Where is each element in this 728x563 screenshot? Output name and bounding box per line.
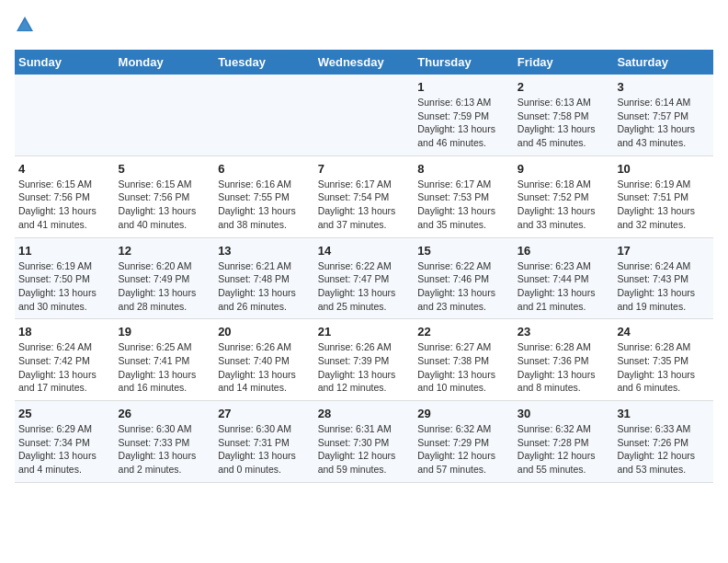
calendar-cell: 27Sunrise: 6:30 AM Sunset: 7:31 PM Dayli… bbox=[214, 401, 314, 483]
day-info: Sunrise: 6:24 AM Sunset: 7:42 PM Dayligh… bbox=[18, 340, 111, 395]
day-info: Sunrise: 6:25 AM Sunset: 7:41 PM Dayligh… bbox=[119, 340, 211, 395]
day-number: 8 bbox=[417, 162, 510, 176]
calendar-cell: 10Sunrise: 6:19 AM Sunset: 7:51 PM Dayli… bbox=[613, 155, 713, 237]
day-number: 16 bbox=[518, 244, 610, 258]
day-number: 27 bbox=[218, 407, 311, 420]
calendar-week-4: 18Sunrise: 6:24 AM Sunset: 7:42 PM Dayli… bbox=[15, 319, 713, 401]
calendar-cell: 28Sunrise: 6:31 AM Sunset: 7:30 PM Dayli… bbox=[314, 401, 415, 483]
calendar-cell: 29Sunrise: 6:32 AM Sunset: 7:29 PM Dayli… bbox=[414, 401, 514, 483]
day-info: Sunrise: 6:30 AM Sunset: 7:31 PM Dayligh… bbox=[218, 422, 311, 477]
day-number: 15 bbox=[417, 244, 510, 258]
calendar-cell: 18Sunrise: 6:24 AM Sunset: 7:42 PM Dayli… bbox=[15, 319, 115, 401]
day-info: Sunrise: 6:24 AM Sunset: 7:43 PM Dayligh… bbox=[617, 259, 710, 314]
day-info: Sunrise: 6:19 AM Sunset: 7:50 PM Dayligh… bbox=[18, 259, 111, 314]
calendar-cell bbox=[15, 75, 115, 155]
day-info: Sunrise: 6:20 AM Sunset: 7:49 PM Dayligh… bbox=[119, 259, 211, 314]
day-number: 30 bbox=[518, 407, 610, 420]
day-number: 19 bbox=[119, 325, 211, 339]
day-number: 4 bbox=[18, 162, 111, 176]
day-number: 1 bbox=[417, 80, 510, 94]
logo-icon bbox=[15, 15, 35, 35]
day-number: 25 bbox=[18, 407, 111, 420]
calendar-cell bbox=[314, 75, 415, 155]
day-info: Sunrise: 6:22 AM Sunset: 7:46 PM Dayligh… bbox=[417, 259, 510, 314]
day-number: 2 bbox=[518, 80, 610, 94]
day-info: Sunrise: 6:33 AM Sunset: 7:26 PM Dayligh… bbox=[617, 422, 710, 477]
day-number: 24 bbox=[617, 325, 710, 339]
day-number: 21 bbox=[318, 325, 411, 339]
day-info: Sunrise: 6:23 AM Sunset: 7:44 PM Dayligh… bbox=[518, 259, 610, 314]
day-info: Sunrise: 6:28 AM Sunset: 7:36 PM Dayligh… bbox=[518, 340, 610, 395]
column-header-wednesday: Wednesday bbox=[314, 50, 415, 75]
column-header-sunday: Sunday bbox=[15, 50, 115, 75]
calendar-cell: 13Sunrise: 6:21 AM Sunset: 7:48 PM Dayli… bbox=[214, 237, 314, 319]
calendar-cell bbox=[115, 75, 215, 155]
day-number: 5 bbox=[119, 162, 211, 176]
logo bbox=[15, 15, 39, 39]
day-info: Sunrise: 6:15 AM Sunset: 7:56 PM Dayligh… bbox=[119, 178, 211, 232]
day-number: 10 bbox=[617, 162, 710, 176]
day-number: 17 bbox=[617, 244, 710, 258]
day-number: 11 bbox=[18, 244, 111, 258]
day-number: 6 bbox=[218, 162, 311, 176]
day-info: Sunrise: 6:29 AM Sunset: 7:34 PM Dayligh… bbox=[18, 422, 111, 477]
day-number: 22 bbox=[417, 325, 510, 339]
day-info: Sunrise: 6:18 AM Sunset: 7:52 PM Dayligh… bbox=[518, 178, 610, 232]
day-info: Sunrise: 6:26 AM Sunset: 7:39 PM Dayligh… bbox=[318, 340, 411, 395]
day-info: Sunrise: 6:13 AM Sunset: 7:58 PM Dayligh… bbox=[518, 96, 610, 150]
calendar-cell: 23Sunrise: 6:28 AM Sunset: 7:36 PM Dayli… bbox=[514, 319, 614, 401]
calendar-cell: 4Sunrise: 6:15 AM Sunset: 7:56 PM Daylig… bbox=[15, 155, 115, 237]
day-info: Sunrise: 6:19 AM Sunset: 7:51 PM Dayligh… bbox=[617, 178, 710, 232]
day-info: Sunrise: 6:28 AM Sunset: 7:35 PM Dayligh… bbox=[617, 340, 710, 395]
day-info: Sunrise: 6:22 AM Sunset: 7:47 PM Dayligh… bbox=[318, 259, 411, 314]
day-info: Sunrise: 6:31 AM Sunset: 7:30 PM Dayligh… bbox=[318, 422, 411, 477]
day-number: 3 bbox=[617, 80, 710, 94]
day-info: Sunrise: 6:17 AM Sunset: 7:54 PM Dayligh… bbox=[318, 178, 411, 232]
day-info: Sunrise: 6:15 AM Sunset: 7:56 PM Dayligh… bbox=[18, 178, 111, 232]
column-header-saturday: Saturday bbox=[613, 50, 713, 75]
calendar-cell: 9Sunrise: 6:18 AM Sunset: 7:52 PM Daylig… bbox=[514, 155, 614, 237]
calendar-cell: 1Sunrise: 6:13 AM Sunset: 7:59 PM Daylig… bbox=[414, 75, 514, 155]
calendar-cell bbox=[214, 75, 314, 155]
calendar-cell: 15Sunrise: 6:22 AM Sunset: 7:46 PM Dayli… bbox=[414, 237, 514, 319]
day-number: 20 bbox=[218, 325, 311, 339]
day-number: 14 bbox=[318, 244, 411, 258]
day-number: 31 bbox=[617, 407, 710, 420]
calendar-cell: 20Sunrise: 6:26 AM Sunset: 7:40 PM Dayli… bbox=[214, 319, 314, 401]
calendar-cell: 25Sunrise: 6:29 AM Sunset: 7:34 PM Dayli… bbox=[15, 401, 115, 483]
day-number: 28 bbox=[318, 407, 411, 420]
calendar-cell: 24Sunrise: 6:28 AM Sunset: 7:35 PM Dayli… bbox=[613, 319, 713, 401]
calendar-cell: 14Sunrise: 6:22 AM Sunset: 7:47 PM Dayli… bbox=[314, 237, 415, 319]
calendar-week-5: 25Sunrise: 6:29 AM Sunset: 7:34 PM Dayli… bbox=[15, 401, 713, 483]
calendar-cell: 7Sunrise: 6:17 AM Sunset: 7:54 PM Daylig… bbox=[314, 155, 415, 237]
day-info: Sunrise: 6:16 AM Sunset: 7:55 PM Dayligh… bbox=[218, 178, 311, 232]
day-info: Sunrise: 6:30 AM Sunset: 7:33 PM Dayligh… bbox=[119, 422, 211, 477]
column-header-monday: Monday bbox=[115, 50, 215, 75]
day-number: 7 bbox=[318, 162, 411, 176]
calendar-cell: 5Sunrise: 6:15 AM Sunset: 7:56 PM Daylig… bbox=[115, 155, 215, 237]
column-header-tuesday: Tuesday bbox=[214, 50, 314, 75]
calendar-cell: 31Sunrise: 6:33 AM Sunset: 7:26 PM Dayli… bbox=[613, 401, 713, 483]
day-number: 12 bbox=[119, 244, 211, 258]
calendar-header: SundayMondayTuesdayWednesdayThursdayFrid… bbox=[15, 50, 713, 75]
day-number: 18 bbox=[18, 325, 111, 339]
day-info: Sunrise: 6:17 AM Sunset: 7:53 PM Dayligh… bbox=[417, 178, 510, 232]
column-header-thursday: Thursday bbox=[414, 50, 514, 75]
calendar-cell: 2Sunrise: 6:13 AM Sunset: 7:58 PM Daylig… bbox=[514, 75, 614, 155]
day-info: Sunrise: 6:21 AM Sunset: 7:48 PM Dayligh… bbox=[218, 259, 311, 314]
day-number: 13 bbox=[218, 244, 311, 258]
column-header-friday: Friday bbox=[514, 50, 614, 75]
calendar-cell: 26Sunrise: 6:30 AM Sunset: 7:33 PM Dayli… bbox=[115, 401, 215, 483]
calendar-week-1: 1Sunrise: 6:13 AM Sunset: 7:59 PM Daylig… bbox=[15, 75, 713, 155]
day-info: Sunrise: 6:14 AM Sunset: 7:57 PM Dayligh… bbox=[617, 96, 710, 150]
calendar-week-2: 4Sunrise: 6:15 AM Sunset: 7:56 PM Daylig… bbox=[15, 155, 713, 237]
calendar-cell: 30Sunrise: 6:32 AM Sunset: 7:28 PM Dayli… bbox=[514, 401, 614, 483]
calendar-cell: 17Sunrise: 6:24 AM Sunset: 7:43 PM Dayli… bbox=[613, 237, 713, 319]
calendar-cell: 3Sunrise: 6:14 AM Sunset: 7:57 PM Daylig… bbox=[613, 75, 713, 155]
day-number: 26 bbox=[119, 407, 211, 420]
day-info: Sunrise: 6:32 AM Sunset: 7:28 PM Dayligh… bbox=[518, 422, 610, 477]
calendar-week-3: 11Sunrise: 6:19 AM Sunset: 7:50 PM Dayli… bbox=[15, 237, 713, 319]
calendar-cell: 19Sunrise: 6:25 AM Sunset: 7:41 PM Dayli… bbox=[115, 319, 215, 401]
calendar-cell: 22Sunrise: 6:27 AM Sunset: 7:38 PM Dayli… bbox=[414, 319, 514, 401]
day-info: Sunrise: 6:27 AM Sunset: 7:38 PM Dayligh… bbox=[417, 340, 510, 395]
